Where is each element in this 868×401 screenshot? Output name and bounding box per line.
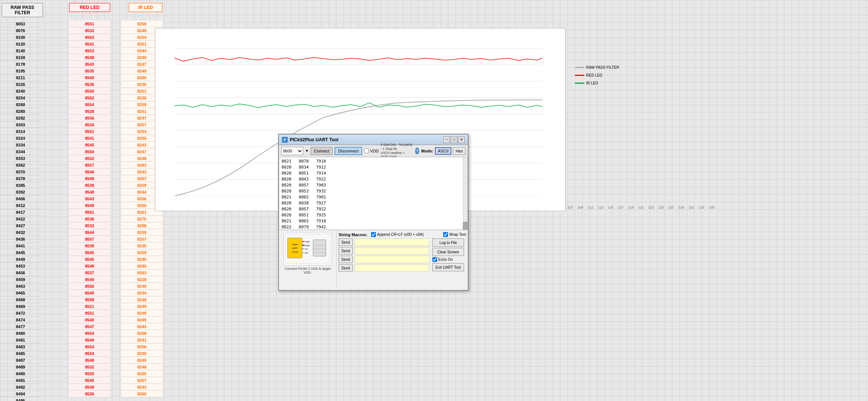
raw-data-cell: 8240 [0,88,41,95]
raw-data-cell: 8053 [0,21,41,27]
raw-data-cell: 8254 [0,95,41,101]
raw-data-cell: 8494 [0,391,41,397]
uart-close-button[interactable]: ✕ [458,136,465,143]
uart-data-row: 8021 8065 7901 [281,194,465,200]
svg-text:RX: RX [305,252,308,254]
svg-text:Circuit: Circuit [292,251,298,253]
raw-data-cell: 8480 [0,330,41,337]
red-data-cell: 8541 [69,135,110,142]
ir-data-cell: 8230 [121,350,162,357]
ir-data-cell: 8263 [121,269,162,276]
raw-data-cell: 8406 [0,195,41,202]
vdd-label: VDD [370,149,379,153]
uart-data-row: 8020 8034 7912 [281,164,465,170]
red-data-cell: 8551 [69,310,110,317]
uart-data-area: 8021 8078 79188020 8034 79128020 8051 79… [279,157,468,230]
ir-data-cell: 8249 [121,317,162,323]
raw-data-cell: 8226 [0,81,41,88]
legend-raw-label: RAW PASS FILTER [586,65,619,70]
ir-data-cell: 8249 [121,364,162,370]
ir-data-cell: 8259 [121,249,162,256]
ir-data-cell: 8243 [121,384,162,391]
log-to-file-button[interactable]: Log to File [432,238,464,247]
wrap-text-group[interactable]: Wrap Text [443,232,466,237]
raw-data-cell: 8353 [0,155,41,162]
raw-data-cell: 8459 [0,276,41,283]
connect-button[interactable]: Connect [311,147,333,155]
macro-input-2[interactable] [354,247,429,255]
macro-input-4[interactable] [354,264,429,272]
uart-data-row: 8021 8065 7918 [281,218,465,224]
send-rows: Send Send Send Send [339,238,429,273]
raw-data-cell: 8392 [0,189,41,195]
ir-data-cell: 8268 [121,330,162,337]
raw-data-cell: 8487 [0,357,41,364]
raw-data-cell: 8436 [0,236,41,243]
macro-row-3: Send [339,256,429,263]
svg-rect-54 [313,240,326,256]
exit-uart-button[interactable]: Exit UART Tool [432,263,464,271]
raw-data-cell: 8489 [0,364,41,370]
send-button-1[interactable]: Send [339,238,353,246]
baud-rate-select[interactable]: 9600 19200 115200 [281,147,303,155]
red-data-cell: 8561 [69,209,110,216]
raw-data-cell: 8453 [0,263,41,269]
send-button-3[interactable]: Send [339,256,353,263]
red-data-cell: 8526 [69,391,110,397]
uart-data-row: 8020 8057 7903 [281,182,465,188]
append-crlf-checkbox[interactable] [371,232,376,237]
clear-screen-button[interactable]: Clear Screen [432,248,464,256]
red-data-cell: 8562 [69,95,110,101]
uart-titlebar: P PICkit2Plus UART Tool ─ □ ✕ [279,135,468,145]
raw-data-cell: 8100 [0,34,41,41]
raw-data-cell: 8491 [0,377,41,384]
red-data-cell: 8548 [69,54,110,61]
uart-window-controls[interactable]: ─ □ ✕ [443,136,465,143]
vdd-checkbox-group[interactable]: VDD [364,148,379,153]
red-data-cell: 8532 [69,364,110,370]
red-data-cell: 8548 [69,357,110,364]
wrap-text-checkbox[interactable] [443,232,448,237]
uart-data-row: 8020 8038 7927 [281,200,465,206]
raw-data-cell: 8456 [0,269,41,276]
uart-data-row: 8021 8078 7918 [281,158,465,164]
red-data-cell: 8544 [69,229,110,236]
uart-maximize-button[interactable]: □ [451,136,457,143]
ir-data-cell: 8259 [121,229,162,236]
ir-data-cell: 8234 [121,290,162,296]
ir-data-cell: 8249 [121,296,162,303]
ir-data-cell: 8259 [121,21,162,27]
svg-text:GND: GND [305,244,310,247]
echo-on-checkbox[interactable] [432,257,437,262]
disconnect-button[interactable]: Disconnect [335,147,362,155]
red-data-cell: 8549 [69,202,110,209]
red-data-cell: 8537 [69,269,110,276]
append-crlf-group[interactable]: Append CR+LF (x0D + x0A) [371,232,424,237]
vdd-checkbox[interactable] [364,148,369,153]
raw-data-cell: 8344 [0,148,41,155]
red-data-cell: 8549 [69,175,110,182]
raw-data-cell: 8463 [0,283,41,290]
hex-mode-button[interactable]: Hex [453,147,466,155]
uart-minimize-button[interactable]: ─ [443,136,450,143]
send-button-4[interactable]: Send [339,264,353,272]
macro-input-3[interactable] [354,256,429,263]
raw-data-cell: 8483 [0,343,41,350]
uart-window: P PICkit2Plus UART Tool ─ □ ✕ 9600 19200… [278,134,469,291]
macro-input-1[interactable] [354,238,429,246]
send-button-2[interactable]: Send [339,247,353,255]
ascii-mode-button[interactable]: ASCII [435,147,452,155]
red-data-cell: 8533 [69,222,110,229]
help-icon[interactable]: ? [415,148,420,154]
red-data-cell: 8551 [69,21,110,27]
uart-bottom-section: Target UART Circuit VDD GND TX RX [279,230,468,288]
macro-row-2: Send [339,247,429,255]
red-data-cell: 8535 [69,68,110,74]
red-data-cell: 8550 [69,148,110,155]
red-data-cell: 8557 [69,162,110,169]
raw-data-cell: 8422 [0,216,41,222]
uart-info: 8 data bits - No parity - 1 Stop bit. AS… [381,143,413,159]
echo-on-group[interactable]: Echo On [432,257,466,262]
raw-data-cell: 8324 [0,135,41,142]
ir-data-cell: 8265 [121,391,162,397]
